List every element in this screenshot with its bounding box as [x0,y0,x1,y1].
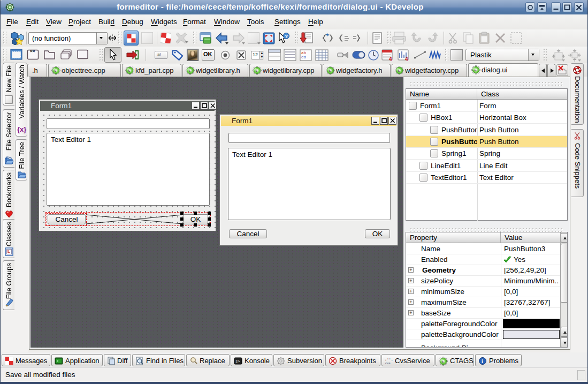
svg-text:i: i [482,358,483,364]
svg-text:cd: cd [301,55,306,59]
svg-text:ab: ab [301,51,306,55]
svg-text:××: ×× [30,49,35,54]
svg-text:cvs: cvs [385,362,391,365]
svg-text:?: ? [285,34,288,39]
svg-text:4: 4 [405,56,408,62]
svg-text:4: 4 [389,56,392,62]
svg-text:s>: s> [235,359,240,364]
